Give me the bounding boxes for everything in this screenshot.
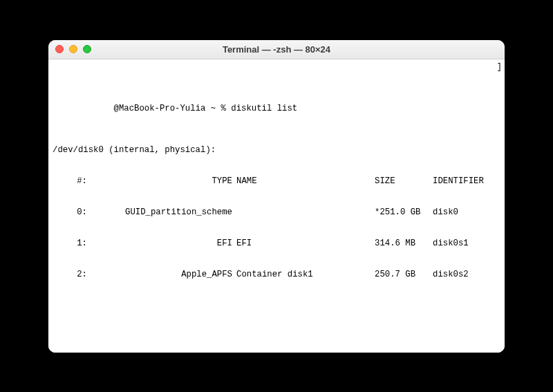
col-type-header: TYPE: [91, 176, 236, 187]
col-size-header: SIZE: [375, 176, 433, 187]
col-type: Apple_APFS: [91, 270, 236, 280]
col-size: *251.0 GB: [375, 207, 433, 218]
prompt-user-host: @MacBook-Pro-Yulia ~ %: [114, 104, 232, 114]
col-name: [236, 207, 375, 218]
titlebar[interactable]: Terminal — -zsh — 80×24: [48, 40, 505, 59]
col-size: 314.6 MB: [375, 239, 433, 249]
command-text: diskutil list: [231, 104, 297, 114]
blank-line: [53, 311, 500, 321]
table-row: 1: EFI EFI 314.6 MB disk0s1: [53, 239, 500, 249]
col-type: EFI: [91, 239, 236, 249]
maximize-icon[interactable]: [83, 45, 91, 53]
close-icon[interactable]: [55, 45, 64, 53]
table-row: 2: Apple_APFS Container disk1 250.7 GB d…: [53, 270, 500, 280]
terminal-body[interactable]: ] @MacBook-Pro-Yulia ~ % diskutil list /…: [48, 59, 505, 353]
table-row: 0: GUID_partition_scheme *251.0 GB disk0: [53, 207, 500, 218]
leading-spaces: [53, 104, 114, 114]
col-idx: 1:: [53, 239, 91, 249]
col-id-header: IDENTIFIER: [433, 176, 488, 187]
col-size: 250.7 GB: [375, 270, 433, 280]
col-name-header: NAME: [236, 176, 375, 187]
traffic-lights: [55, 45, 91, 53]
col-idx-header: #:: [53, 176, 91, 187]
col-idx: 0:: [53, 207, 91, 218]
minimize-icon[interactable]: [69, 45, 77, 53]
scroll-indicator: ]: [497, 62, 502, 73]
terminal-window: Terminal — -zsh — 80×24 ] @MacBook-Pro-Y…: [48, 40, 505, 353]
col-type: GUID_partition_scheme: [91, 207, 236, 218]
prompt-line-1: @MacBook-Pro-Yulia ~ % diskutil list: [53, 104, 500, 114]
col-name: Container disk1: [236, 270, 375, 280]
col-idx: 2:: [53, 270, 91, 280]
disk0-column-header: #: TYPE NAME SIZE IDENTIFIER: [53, 176, 500, 187]
col-id: disk0: [433, 207, 488, 218]
disk0-header: /dev/disk0 (internal, physical):: [53, 145, 500, 156]
col-id: disk0s2: [433, 270, 488, 280]
col-id: disk0s1: [433, 239, 488, 249]
window-title: Terminal — -zsh — 80×24: [55, 44, 498, 55]
col-name: EFI: [236, 239, 375, 249]
